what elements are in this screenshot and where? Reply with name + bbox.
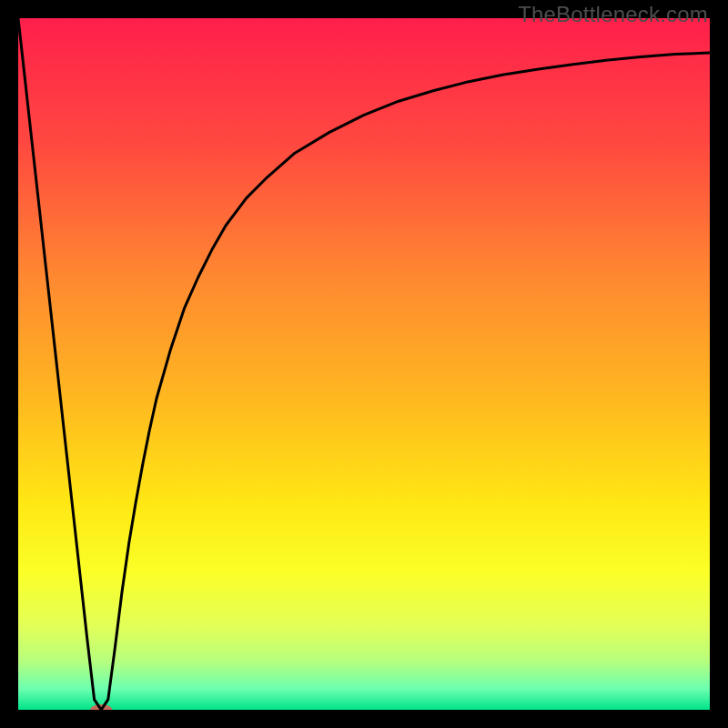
chart-plot [18, 18, 710, 710]
chart-frame: TheBottleneck.com [0, 0, 728, 728]
watermark-text: TheBottleneck.com [518, 2, 708, 27]
chart-background [18, 18, 710, 710]
